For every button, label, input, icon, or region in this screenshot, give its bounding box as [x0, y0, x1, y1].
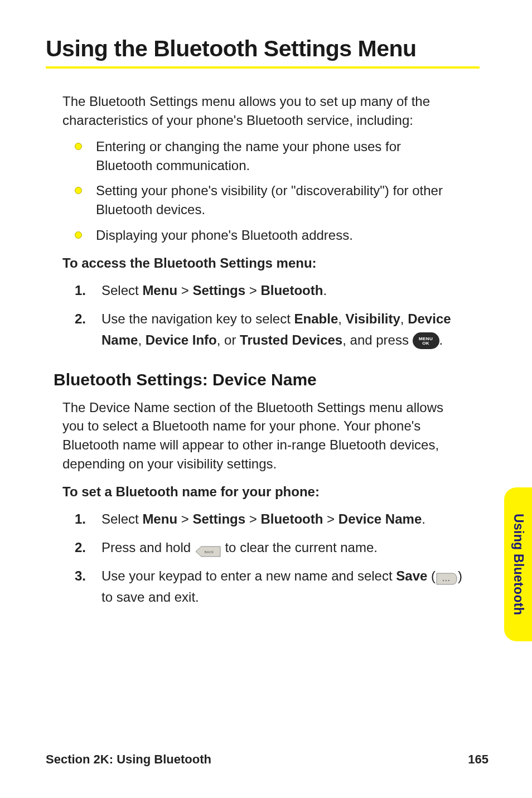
text: Select	[101, 511, 142, 526]
page-title: Using the Bluetooth Settings Menu	[46, 36, 480, 62]
access-heading: To access the Bluetooth Settings menu:	[62, 255, 480, 271]
page-footer: Section 2K: Using Bluetooth 165	[46, 752, 489, 767]
device-name-label: Device Name	[338, 511, 422, 526]
separator: >	[177, 283, 192, 298]
set-name-heading: To set a Bluetooth name for your phone:	[62, 484, 480, 500]
visibility-label: Visibility	[346, 311, 400, 326]
step-number: 1.	[75, 509, 86, 529]
text: (	[427, 568, 436, 583]
text: , or	[217, 332, 240, 347]
text: .	[422, 511, 425, 526]
menu-label: Menu	[142, 283, 177, 298]
step-number: 2.	[75, 308, 86, 329]
list-item: 2. Press and hold BACK to clear the curr…	[75, 537, 465, 558]
save-label: Save	[396, 568, 427, 583]
svg-text:BACK: BACK	[205, 550, 214, 554]
text: Press and hold	[101, 540, 195, 555]
list-item: 1. Select Menu > Settings > Bluetooth > …	[75, 509, 465, 529]
bluetooth-label: Bluetooth	[260, 283, 323, 298]
text: Use your keypad to enter a new name and …	[101, 568, 396, 583]
text: .	[323, 283, 327, 298]
text: to clear the current name.	[221, 540, 378, 555]
footer-page-number: 165	[468, 752, 489, 767]
settings-label: Settings	[192, 283, 245, 298]
menu-label: Menu	[142, 511, 177, 526]
access-steps: 1. Select Menu > Settings > Bluetooth. 2…	[75, 280, 480, 350]
text: .	[439, 332, 443, 347]
text: ,	[338, 311, 345, 326]
separator: >	[177, 511, 192, 526]
list-item: Entering or changing the name your phone…	[75, 137, 454, 175]
intro-paragraph: The Bluetooth Settings menu allows you t…	[62, 92, 464, 129]
svg-point-1	[443, 580, 444, 581]
list-item: Displaying your phone's Bluetooth addres…	[75, 226, 454, 245]
separator: >	[245, 283, 260, 298]
footer-section: Section 2K: Using Bluetooth	[46, 752, 211, 767]
set-name-steps: 1. Select Menu > Settings > Bluetooth > …	[75, 509, 480, 607]
text: ,	[138, 332, 145, 347]
text: Use the navigation key to select	[101, 311, 294, 326]
text: ,	[400, 311, 408, 326]
settings-label: Settings	[192, 511, 245, 526]
device-info-label: Device Info	[146, 332, 217, 347]
enable-label: Enable	[294, 311, 338, 326]
side-tab: Using Bluetooth	[504, 487, 532, 641]
subsection-paragraph: The Device Name section of the Bluetooth…	[62, 398, 464, 473]
separator: >	[245, 511, 260, 526]
menu-ok-icon: MENUOK	[413, 332, 439, 349]
list-item: 2. Use the navigation key to select Enab…	[75, 308, 465, 350]
title-rule	[46, 66, 480, 69]
text: Select	[101, 283, 142, 298]
trusted-devices-label: Trusted Devices	[240, 332, 342, 347]
list-item: 3. Use your keypad to enter a new name a…	[75, 565, 465, 607]
bluetooth-label: Bluetooth	[260, 511, 323, 526]
softkey-icon	[436, 570, 458, 584]
step-number: 3.	[75, 565, 86, 586]
separator: >	[323, 511, 338, 526]
subsection-title: Bluetooth Settings: Device Name	[54, 370, 480, 389]
text: , and press	[342, 332, 412, 347]
back-key-icon: BACK	[195, 543, 221, 555]
svg-point-2	[446, 580, 447, 581]
svg-point-3	[448, 580, 449, 581]
feature-bullet-list: Entering or changing the name your phone…	[75, 137, 480, 244]
ok-text: OK	[422, 341, 429, 346]
list-item: Setting your phone's visibility (or "dis…	[75, 181, 454, 219]
step-number: 2.	[75, 537, 86, 558]
list-item: 1. Select Menu > Settings > Bluetooth.	[75, 280, 465, 301]
step-number: 1.	[75, 280, 86, 301]
side-tab-label: Using Bluetooth	[511, 514, 526, 615]
